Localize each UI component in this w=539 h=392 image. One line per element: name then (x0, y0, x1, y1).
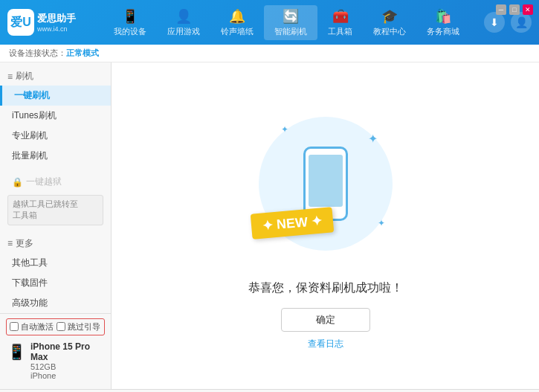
nav-app-games[interactable]: 👤 应用游戏 (157, 5, 210, 40)
nav-smart-flash-label: 智能刷机 (274, 26, 307, 37)
nav-tutorial[interactable]: 🎓 教程中心 (363, 5, 416, 40)
minimize-button[interactable]: ─ (496, 4, 506, 15)
nav-toolbox[interactable]: 🧰 工具箱 (317, 5, 363, 40)
sidebar-item-itunes-flash[interactable]: iTunes刷机 (0, 106, 111, 126)
logo: 爱U 爱思助手 www.i4.cn (7, 9, 89, 36)
main-layout: ≡ 刷机 一键刷机 iTunes刷机 专业刷机 批量刷机 🔒 一键越狱 越狱工具… (0, 62, 539, 389)
logo-text: 爱思助手 www.i4.cn (37, 12, 76, 33)
auto-activate-row: 自动激活 跳过引导 (6, 318, 105, 335)
warning-line2: 工具箱 (13, 211, 37, 219)
sidebar-item-jailbreak: 🔒 一键越狱 (0, 172, 111, 192)
sparkle-icon-3: ✦ (378, 218, 385, 228)
device-type: iPhone (30, 371, 103, 380)
nav-bar: 📱 我的设备 👤 应用游戏 🔔 铃声墙纸 🔄 智能刷机 🧰 工具箱 🎓 (89, 5, 484, 40)
sidebar-more-section: ≡ 更多 (0, 234, 111, 253)
app-icon: 👤 (175, 8, 192, 25)
auto-guide-input[interactable] (57, 322, 65, 331)
device-storage: 512GB (30, 362, 103, 371)
sidebar-item-label: 下载固件 (12, 277, 48, 289)
sidebar-item-label: 专业刷机 (12, 129, 48, 142)
more-section-icon: ≡ (7, 238, 13, 248)
toolbox-icon: 🧰 (332, 8, 349, 25)
window-controls: ─ □ ✕ (496, 4, 533, 15)
sidebar-item-pro-flash[interactable]: 专业刷机 (0, 126, 111, 146)
confirm-button[interactable]: 确定 (281, 308, 370, 332)
sparkle-icon-2: ✦ (281, 124, 288, 135)
new-badge: ✦ NEW ✦ (250, 207, 334, 239)
auto-guide-label: 跳过引导 (68, 321, 100, 332)
sidebar-warning: 越狱工具已跳转至 工具箱 (7, 195, 103, 225)
lock-icon: 🔒 (12, 177, 23, 187)
auto-activate-checkbox[interactable]: 自动激活 (10, 321, 54, 332)
sidebar-item-label: 高级功能 (12, 297, 48, 309)
nav-service[interactable]: 🛍️ 务务商城 (416, 5, 470, 40)
close-button[interactable]: ✕ (523, 4, 533, 15)
phone-circle: ✦ ✦ ✦ ✦ NEW ✦ (259, 117, 393, 251)
service-icon: 🛍️ (435, 8, 451, 25)
sidebar-flash-section: ≡ 刷机 (0, 67, 111, 86)
sidebar-item-download-firmware[interactable]: 下载固件 (0, 273, 111, 293)
nav-my-device-label: 我的设备 (114, 26, 146, 37)
connection-status-bar: 设备连接状态： 正常模式 (0, 45, 539, 62)
nav-my-device[interactable]: 📱 我的设备 (103, 5, 157, 40)
header-right: ⬇ 👤 (484, 12, 532, 33)
nav-app-games-label: 应用游戏 (167, 26, 200, 37)
device-name: iPhone 15 Pro Max (30, 341, 103, 362)
sidebar: ≡ 刷机 一键刷机 iTunes刷机 专业刷机 批量刷机 🔒 一键越狱 越狱工具… (0, 62, 112, 389)
nav-toolbox-label: 工具箱 (328, 26, 352, 37)
sidebar-disabled-label: 一键越狱 (26, 176, 62, 188)
nav-ringtone[interactable]: 🔔 铃声墙纸 (210, 5, 264, 40)
logo-icon: 爱U (7, 9, 34, 36)
new-badge-text: ✦ (261, 216, 277, 233)
nav-tutorial-label: 教程中心 (373, 26, 406, 37)
logo-url: www.i4.cn (37, 25, 76, 33)
content-area: ✦ ✦ ✦ ✦ NEW ✦ 恭喜您，保资料刷机成功啦！ 确定 查看日志 (112, 62, 539, 389)
app-header: 爱U 爱思助手 www.i4.cn 📱 我的设备 👤 应用游戏 🔔 铃声墙纸 🔄 (0, 0, 539, 45)
flash-section-label: 刷机 (16, 70, 33, 83)
device-details: iPhone 15 Pro Max 512GB iPhone (30, 341, 103, 380)
flash-icon: 🔄 (283, 8, 299, 25)
download-button[interactable]: ⬇ (484, 12, 505, 33)
sidebar-item-label: 其他工具 (12, 257, 48, 269)
nav-smart-flash[interactable]: 🔄 智能刷机 (264, 5, 317, 40)
flash-section-icon: ≡ (7, 71, 13, 82)
auto-activate-label: 自动激活 (21, 321, 54, 332)
auto-guide-checkbox[interactable]: 跳过引导 (57, 321, 100, 332)
view-log-link[interactable]: 查看日志 (308, 338, 343, 350)
sidebar-item-other-tools[interactable]: 其他工具 (0, 253, 111, 273)
warning-line1: 越狱工具已跳转至 (13, 199, 78, 208)
connection-mode: 正常模式 (66, 48, 99, 59)
sidebar-item-label: 一键刷机 (14, 89, 50, 102)
device-phone-icon: 📱 (7, 343, 26, 361)
sidebar-item-label: 批量刷机 (12, 150, 48, 162)
auto-activate-input[interactable] (10, 322, 19, 331)
nav-service-label: 务务商城 (427, 26, 459, 37)
sidebar-item-one-key-flash[interactable]: 一键刷机 (0, 86, 111, 106)
maximize-button[interactable]: □ (509, 4, 520, 15)
ringtone-icon: 🔔 (229, 8, 245, 25)
sidebar-bottom: 自动激活 跳过引导 📱 iPhone 15 Pro Max 512GB iPho… (0, 313, 111, 388)
success-illustration: ✦ ✦ ✦ ✦ NEW ✦ (244, 102, 407, 266)
more-section-label: 更多 (16, 237, 33, 250)
connection-label: 设备连接状态： (9, 48, 66, 59)
tutorial-icon: 🎓 (381, 8, 398, 25)
user-button[interactable]: 👤 (511, 12, 532, 33)
sidebar-item-batch-flash[interactable]: 批量刷机 (0, 146, 111, 166)
logo-name: 爱思助手 (37, 12, 76, 25)
sidebar-item-label: iTunes刷机 (12, 109, 57, 122)
phone-screen (309, 155, 343, 207)
device-info: 📱 iPhone 15 Pro Max 512GB iPhone (6, 338, 105, 383)
device-icon: 📱 (122, 8, 138, 25)
sparkle-icon-1: ✦ (368, 132, 378, 146)
nav-ringtone-label: 铃声墙纸 (221, 26, 254, 37)
success-message: 恭喜您，保资料刷机成功啦！ (248, 280, 403, 296)
sidebar-item-advanced[interactable]: 高级功能 (0, 293, 111, 313)
status-bar: 阻止iTunes运行 V7.98.66 客服 微信公众号 检查更新 (0, 389, 539, 392)
